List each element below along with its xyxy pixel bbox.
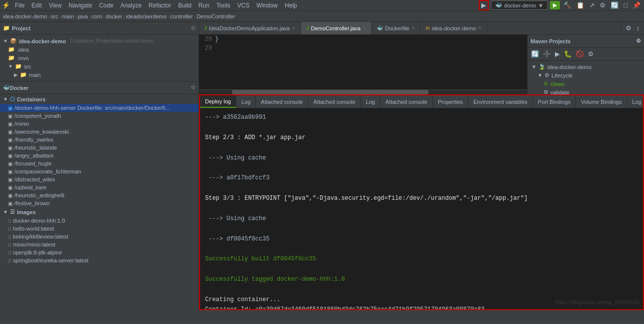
docker-settings-icon[interactable]: ⚙ [191, 84, 196, 91]
docker-tab-attached-1[interactable]: Attached console [256, 95, 308, 108]
docker-tab-attached-3[interactable]: Attached console [380, 95, 432, 108]
container-item-10[interactable]: ▣ /upbeat_kare [0, 183, 199, 191]
menu-item-edit[interactable]: Edit [28, 1, 45, 10]
bc-docker[interactable]: docker [106, 13, 122, 19]
project-item-mvn[interactable]: 📁 .mvn [0, 54, 199, 62]
bc-demolcontroller[interactable]: DemoController [197, 13, 235, 19]
docker-tab-properties[interactable]: Properties [433, 95, 468, 108]
container-1-icon: ▣ [8, 113, 12, 119]
docker-tab-port-bindings[interactable]: Port Bindings [533, 95, 576, 108]
docker-tab-env-vars[interactable]: Environment variables [468, 95, 533, 108]
container-item-6[interactable]: ▣ /angry_albattani [0, 152, 199, 160]
project-item-main[interactable]: ▶ 📁 main [0, 71, 199, 79]
tab-dockerfile[interactable]: 🐳 Dockerfile ✕ [372, 22, 421, 34]
toolbar-extra-btn1[interactable]: 🔨 [562, 0, 573, 10]
bc-java[interactable]: java [78, 13, 88, 19]
maven-run-btn[interactable]: ▶ [553, 49, 561, 59]
menu-item-navigate[interactable]: Navigate [66, 1, 95, 10]
log-content[interactable]: ---> a3562aa0b991 Step 2/3 : ADD *.jar a… [200, 108, 643, 309]
scrollbar-thumb[interactable] [232, 90, 429, 94]
project-item-src[interactable]: ▼ 📁 src [0, 62, 199, 71]
menu-item-code[interactable]: Code [96, 1, 116, 10]
tab-1-close-icon[interactable]: ✕ [362, 25, 366, 31]
menu-item-view[interactable]: View [46, 1, 65, 10]
container-item-8[interactable]: ▣ /compassionate_lichterman [0, 167, 199, 175]
tab-democontroller[interactable]: J DemoController.java ✕ [301, 22, 372, 34]
image-item-1[interactable]: □ hello-world:latest [0, 225, 199, 233]
bc-ideadockerdemo[interactable]: ideadockerdemo [126, 13, 166, 19]
docker-tab-attached-2[interactable]: Attached console [309, 95, 361, 108]
bc-controller[interactable]: controller [170, 13, 193, 19]
log-line-12: ---> df0045f0cc35 [205, 234, 638, 244]
menu-item-file[interactable]: File [12, 1, 27, 10]
menu-item-refactor[interactable]: Refactor [146, 1, 174, 10]
maven-root[interactable]: ▼ 🍃 idea-docker-demo [528, 63, 644, 71]
menu-item-run[interactable]: Run [196, 1, 213, 10]
tab-idea-docker-demo[interactable]: m idea-docker-demo ✕ [421, 22, 487, 34]
maven-validate[interactable]: ⚙ validate [528, 88, 644, 94]
bc-src[interactable]: src [51, 13, 58, 19]
container-item-11[interactable]: ▣ /heuristic_ardinghelli [0, 191, 199, 199]
tab-ideadocker-app[interactable]: J IdeaDockerDemoApplication.java ✕ [199, 22, 301, 34]
docker-tab-deploy-log[interactable]: Deploy log [200, 95, 236, 108]
toolbar-extra-btn4[interactable]: ⚙ [598, 0, 607, 10]
container-item-2[interactable]: ▣ /minio [0, 120, 199, 128]
docker-tab-log-2[interactable]: Log [361, 95, 380, 108]
run-config-selector[interactable]: 🐳 docker-demo ▼ [491, 0, 548, 10]
maven-skip-tests-btn[interactable]: 🚫 [574, 49, 585, 59]
images-section[interactable]: ▼ ☰ Images [0, 207, 199, 217]
toolbar-extra-btn7[interactable]: 📌 [631, 0, 642, 10]
menu-item-window[interactable]: Window [253, 1, 281, 10]
image-item-3[interactable]: □ minio/minio:latest [0, 241, 199, 248]
image-item-4[interactable]: □ openjdk:8-jdk-alpine [0, 248, 199, 256]
maven-refresh-btn[interactable]: 🔄 [530, 49, 540, 59]
image-item-5[interactable]: □ springboot/eureka-server:latest [0, 256, 199, 264]
editor-close-btn[interactable]: ↕ [635, 23, 642, 33]
containers-label: Containers [17, 96, 45, 102]
container-item-12[interactable]: ▣ /festive_brown [0, 199, 199, 207]
container-item-7[interactable]: ▣ /focused_hugle [0, 160, 199, 167]
bc-com[interactable]: com [92, 13, 102, 19]
menu-item-build[interactable]: Build [175, 1, 195, 10]
toolbar-extra-btn5[interactable]: 🔄 [609, 0, 620, 10]
menu-item-help[interactable]: Help [282, 1, 300, 10]
tab-3-close-icon[interactable]: ✕ [478, 25, 482, 31]
maven-settings-icon[interactable]: ⚙ [636, 38, 641, 44]
container-item-9[interactable]: ▣ /distracted_wiles [0, 175, 199, 183]
tab-2-close-icon[interactable]: ✕ [411, 25, 415, 31]
maven-lifecycle[interactable]: ▼ ⚙ Lifecycle [528, 71, 644, 80]
maven-add-btn[interactable]: ➕ [541, 49, 552, 59]
maven-debug-btn[interactable]: 🐛 [562, 49, 573, 59]
image-item-0[interactable]: □ docker-demo-hhh:1.0 [0, 217, 199, 225]
container-item-4[interactable]: ▣ /friendly_swirles [0, 136, 199, 144]
container-item-3[interactable]: ▣ /awesome_kowalevski [0, 128, 199, 136]
tab-0-close-icon[interactable]: ✕ [292, 25, 296, 31]
toolbar-extra-btn2[interactable]: 📋 [575, 0, 586, 10]
project-root-item[interactable]: ▼ 📦 idea-docker-demo D:\xinkerui_Project… [0, 37, 199, 45]
horizontal-scrollbar[interactable] [199, 89, 527, 94]
file-tab-bar: J IdeaDockerDemoApplication.java ✕ J Dem… [199, 22, 644, 35]
container-item-0[interactable]: ▣ /docker-demo-hhh-server Dockerfile: sr… [0, 104, 199, 112]
docker-tab-volume-bindings[interactable]: Volume Bindings [576, 95, 627, 108]
toolbar-extra-btn3[interactable]: ↗ [588, 0, 596, 10]
menu-item-vcs[interactable]: VCS [234, 1, 253, 10]
maven-clean[interactable]: ⚙ clean [528, 80, 644, 88]
docker-tab-log-1[interactable]: Log [236, 95, 256, 108]
image-item-2[interactable]: □ keking/kkfileview:latest [0, 233, 199, 241]
editor-settings-btn[interactable]: ⚙ [624, 23, 633, 33]
menu-item-tools[interactable]: Tools [214, 1, 233, 10]
run-button[interactable]: ▶ [550, 1, 560, 9]
containers-section[interactable]: ▼ ⬡ Containers [0, 94, 199, 104]
toolbar-extra-btn6[interactable]: □ [622, 0, 629, 10]
code-editor[interactable]: 28 } 29 [199, 35, 527, 94]
docker-tab-log-3[interactable]: Log [627, 95, 643, 108]
container-item-5[interactable]: ▣ /heuristic_lalande [0, 144, 199, 152]
menu-item-analyze[interactable]: Analyze [117, 1, 145, 10]
project-settings-icon[interactable]: ⚙ [191, 25, 196, 31]
project-item-idea[interactable]: 📁 .idea [0, 45, 199, 54]
bc-main[interactable]: main [62, 13, 74, 19]
bc-root[interactable]: idea-docker-demo [3, 13, 47, 19]
run-with-coverage-btn[interactable]: ▶ [479, 0, 489, 10]
maven-settings-btn[interactable]: ⚙ [586, 49, 595, 59]
container-item-1[interactable]: ▣ /competent_yonath [0, 112, 199, 120]
